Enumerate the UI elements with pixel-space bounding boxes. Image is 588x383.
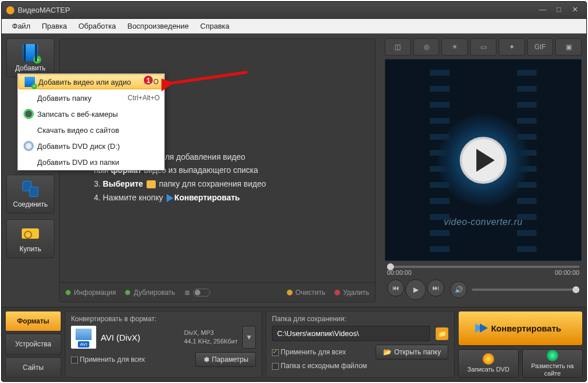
titlebar: ВидеоМАСТЕР — □ ✕: [2, 2, 586, 19]
menu-download-label: Скачать видео с сайтов: [37, 126, 160, 135]
convert-button[interactable]: Конвертировать: [458, 311, 583, 346]
info-icon: [65, 290, 71, 295]
tool-screenshot[interactable]: ▣: [555, 38, 582, 56]
open-folder-button[interactable]: 📂Открыть папку: [376, 345, 448, 360]
format-panel: Конвертировать в формат: AVI AVI (DivX) …: [65, 311, 262, 378]
app-title: ВидеоМАСТЕР: [18, 6, 70, 14]
delete-icon: [334, 290, 340, 295]
add-button[interactable]: + Добавить: [6, 38, 54, 77]
convert-arrow-icon: [480, 323, 488, 333]
gear-icon: [203, 356, 210, 363]
menu-webcam-label: Записать с веб-камеры: [37, 110, 160, 119]
menu-edit[interactable]: Правка: [36, 22, 73, 30]
app-logo-icon: [6, 6, 14, 14]
callout-badge: 1: [143, 75, 153, 85]
seek-slider[interactable]: [387, 266, 579, 268]
webcam-icon: [23, 109, 34, 119]
convert-label: Конвертировать: [491, 323, 562, 333]
save-apply-all[interactable]: Применить для всех: [272, 348, 346, 356]
tab-formats[interactable]: Форматы: [5, 311, 61, 331]
close-button[interactable]: ✕: [568, 5, 582, 15]
join-icon: [21, 180, 40, 198]
info-button[interactable]: Информация: [65, 289, 116, 297]
same-folder-checkbox[interactable]: Папка с исходным файлом: [272, 362, 367, 370]
upload-button[interactable]: Разместить на сайте: [522, 349, 583, 378]
prev-button[interactable]: ⏮: [387, 279, 404, 297]
menu-add-video-audio-label: Добавить видео или аудио: [38, 78, 144, 86]
join-button[interactable]: Соединить: [6, 175, 54, 214]
preview-tools: ◫ ◎ ☀ ▭ ✦ GIF ▣: [385, 38, 582, 56]
instr-l1c: для добавления видео: [158, 152, 245, 161]
volume-button[interactable]: 🔊: [450, 281, 467, 298]
format-audio: 44,1 KHz, 256Кбит: [184, 337, 238, 346]
open-folder-icon: 📂: [383, 348, 392, 356]
params-label: Параметры: [212, 356, 248, 364]
tool-effects[interactable]: ◎: [413, 38, 440, 56]
format-apply-all[interactable]: Применить для всех: [71, 356, 145, 364]
menu-add-folder-label: Добавить папку: [37, 94, 128, 102]
instr-l4b: Конвертировать: [175, 193, 240, 202]
browse-folder-button[interactable]: 📁: [436, 327, 448, 340]
menu-add-dvd-folder[interactable]: Добавить DVD из папки: [18, 154, 164, 170]
timeline: 00:00:00 00:00:00 ⏮ ▶ ⏭ 🔊: [385, 261, 582, 302]
instr-l4a: 4. Нажмите кнопку: [94, 193, 165, 202]
film-add-icon: +: [21, 44, 40, 62]
minimize-button[interactable]: —: [536, 5, 550, 15]
menu-playback[interactable]: Воспроизведение: [121, 22, 194, 30]
buy-button[interactable]: Купить: [6, 219, 54, 258]
clear-button[interactable]: Очистить: [287, 289, 325, 297]
burn-dvd-label: Записать DVD: [467, 366, 509, 373]
preview-url: video-converter.ru: [444, 217, 522, 227]
menubar: Файл Правка Обработка Воспроизведение Сп…: [2, 19, 586, 34]
format-codec: DivX, MP3: [184, 329, 238, 337]
time-total: 00:00:00: [555, 269, 579, 276]
path-field[interactable]: C:\Users\компик\Videos\: [272, 326, 430, 341]
volume-slider[interactable]: [472, 289, 579, 291]
infobar: Информация Дублировать ≣ Очистить Удалит…: [60, 282, 375, 302]
folder-icon: 📁: [438, 330, 447, 338]
menu-add-video-audio[interactable]: + Добавить видео или аудио trl+O: [18, 74, 164, 89]
clear-label: Очистить: [295, 289, 325, 297]
menu-add-dvd-disc-label: Добавить DVD диск (D:): [37, 142, 160, 151]
key-icon: [21, 224, 40, 243]
arrow-icon: [167, 194, 173, 202]
menu-webcam[interactable]: Записать с веб-камеры: [18, 106, 164, 122]
video-preview[interactable]: video-converter.ru: [385, 59, 582, 261]
upload-label: Разместить на сайте: [523, 362, 582, 377]
duplicate-button[interactable]: Дублировать: [125, 289, 175, 297]
tool-brightness[interactable]: ☀: [441, 38, 468, 56]
dup-icon: [125, 290, 131, 295]
same-folder-label: Папка с исходным файлом: [281, 362, 367, 370]
menu-help[interactable]: Справка: [195, 22, 235, 30]
burn-dvd-button[interactable]: Записать DVD: [458, 349, 519, 378]
add-button-label: Добавить: [15, 64, 45, 72]
add-dropdown-menu: + Добавить видео или аудио trl+O Добавит…: [17, 73, 165, 171]
save-panel: Папка для сохранения: C:\Users\компик\Vi…: [266, 311, 455, 378]
menu-process[interactable]: Обработка: [73, 22, 122, 30]
maximize-button[interactable]: □: [552, 5, 566, 15]
buy-button-label: Купить: [19, 245, 41, 253]
tool-crop[interactable]: ◫: [385, 38, 411, 56]
menu-download[interactable]: Скачать видео с сайтов: [18, 122, 164, 138]
order-toggle[interactable]: ≣: [184, 289, 210, 297]
tab-devices[interactable]: Устройства: [5, 334, 61, 354]
delete-button[interactable]: Удалить: [334, 289, 369, 297]
format-dropdown[interactable]: ▼: [242, 326, 256, 349]
params-button[interactable]: Параметры: [195, 352, 256, 367]
play-button[interactable]: ▶: [405, 279, 426, 300]
dup-label: Дублировать: [133, 289, 175, 297]
format-tag: AVI: [78, 341, 89, 348]
path-value: C:\Users\компик\Videos\: [277, 329, 359, 338]
tool-text[interactable]: ▭: [470, 38, 496, 56]
play-placeholder-icon: [460, 137, 507, 184]
menu-add-dvd-disc[interactable]: Добавить DVD диск (D:): [18, 138, 164, 154]
instr-l3a: 3.: [94, 179, 103, 188]
tool-speed[interactable]: ✦: [499, 38, 525, 56]
menu-add-folder[interactable]: Добавить папку Ctrl+Alt+O: [18, 90, 164, 106]
tool-gif[interactable]: GIF: [527, 38, 554, 56]
menu-add-dvd-folder-label: Добавить DVD из папки: [37, 158, 160, 167]
next-button[interactable]: ⏭: [427, 279, 444, 297]
menu-file[interactable]: Файл: [6, 22, 36, 30]
tab-sites[interactable]: Сайты: [5, 357, 61, 378]
output-tabs: Форматы Устройства Сайты: [5, 311, 61, 378]
